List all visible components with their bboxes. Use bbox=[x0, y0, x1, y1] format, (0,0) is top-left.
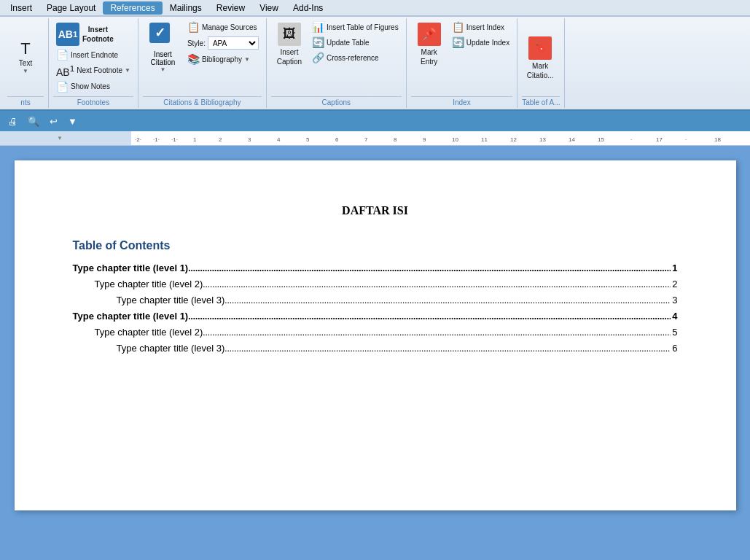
insert-table-figures-button[interactable]: 📊 Insert Table of Figures bbox=[309, 20, 402, 34]
update-index-icon: 🔄 bbox=[452, 36, 464, 48]
svg-text:18: 18 bbox=[714, 136, 721, 143]
next-footnote-button[interactable]: AB1 Next Footnote ▼ bbox=[53, 62, 133, 79]
insert-index-button[interactable]: 📋 Insert Index bbox=[449, 20, 513, 34]
bibliography-button[interactable]: 📚 Bibliography ▼ bbox=[184, 52, 262, 66]
insert-citation-button[interactable]: ✓ InsertCitation ▼ bbox=[143, 20, 183, 76]
insert-endnote-label: Insert Endnote bbox=[71, 51, 118, 59]
ribbon-group-citations: ✓ InsertCitation ▼ 📋 Manage Sources Styl… bbox=[138, 18, 267, 108]
style-select[interactable]: APA MLA Chicago bbox=[208, 36, 259, 50]
svg-text:11: 11 bbox=[481, 136, 488, 143]
insert-table-figures-label: Insert Table of Figures bbox=[327, 23, 399, 31]
ribbon-group-index-label: Index bbox=[411, 96, 513, 106]
menu-view[interactable]: View bbox=[252, 1, 286, 15]
mark-entry-icon: 📌 bbox=[418, 23, 441, 46]
toc-page-1: 2 bbox=[672, 279, 677, 289]
update-table-button[interactable]: 🔄 Update Table bbox=[309, 35, 402, 50]
text-button-label: Text bbox=[19, 58, 32, 68]
toc-dots-3: ........................................… bbox=[188, 311, 671, 322]
menu-page-layout[interactable]: Page Layout bbox=[39, 1, 103, 15]
cross-reference-icon: 🔗 bbox=[312, 52, 324, 63]
show-notes-icon: 📄 bbox=[56, 81, 69, 93]
toc-page-2: 3 bbox=[672, 295, 677, 306]
toc-dots-4: ........................................… bbox=[203, 327, 671, 338]
insert-index-label: Insert Index bbox=[466, 23, 504, 31]
page-title: DAFTAR ISI bbox=[73, 204, 678, 217]
bibliography-icon: 📚 bbox=[187, 53, 200, 65]
index-buttons: 📌 MarkEntry 📋 Insert Index 🔄 Update Inde… bbox=[411, 20, 513, 96]
insert-footnote-button[interactable]: AB1 Insert Footnote bbox=[53, 20, 117, 47]
svg-text:·1·: ·1· bbox=[171, 136, 178, 143]
ruler: ▼ ·2· ·1· ·1· 1 2 3 4 5 6 7 8 9 10 11 12… bbox=[0, 131, 750, 146]
mark-citation-button[interactable]: 🔖 MarkCitatio... bbox=[522, 34, 558, 83]
manage-sources-icon: 📋 bbox=[187, 21, 200, 33]
mark-entry-label: MarkEntry bbox=[421, 47, 437, 66]
next-footnote-icon: AB1 bbox=[56, 63, 74, 78]
insert-caption-icon: 🖼 bbox=[278, 23, 301, 46]
insert-caption-label: InsertCaption bbox=[277, 47, 302, 66]
show-notes-label: Show Notes bbox=[71, 82, 110, 90]
svg-text:3: 3 bbox=[248, 136, 251, 143]
update-index-button[interactable]: 🔄 Update Index bbox=[449, 35, 513, 50]
ribbon-group-text-label: nts bbox=[7, 96, 44, 106]
svg-text:·2·: ·2· bbox=[135, 136, 141, 143]
insert-table-figures-icon: 📊 bbox=[312, 21, 324, 33]
menu-mailings[interactable]: Mailings bbox=[163, 1, 209, 15]
toc-dots-5: ........................................… bbox=[224, 343, 671, 354]
svg-text:4: 4 bbox=[277, 136, 281, 143]
svg-text:6: 6 bbox=[335, 136, 339, 143]
ribbon-group-citations-label: Citations & Bibliography bbox=[143, 96, 262, 106]
svg-text:5: 5 bbox=[306, 136, 310, 143]
qa-print-button[interactable]: 🖨 bbox=[4, 114, 21, 129]
toc-entry-3: Type chapter title (level 1)............… bbox=[73, 311, 678, 322]
ribbon-group-index: 📌 MarkEntry 📋 Insert Index 🔄 Update Inde… bbox=[407, 18, 518, 108]
svg-text:10: 10 bbox=[452, 136, 458, 143]
toc-page-5: 6 bbox=[672, 343, 677, 354]
qa-search-button[interactable]: 🔍 bbox=[24, 114, 43, 129]
citations-buttons: ✓ InsertCitation ▼ 📋 Manage Sources Styl… bbox=[143, 20, 262, 96]
text-icon: T bbox=[20, 41, 30, 57]
menu-references[interactable]: References bbox=[103, 1, 162, 15]
ruler-left-margin: ▼ bbox=[0, 131, 66, 145]
qa-undo-button[interactable]: ↩ bbox=[46, 114, 61, 129]
show-notes-button[interactable]: 📄 Show Notes bbox=[53, 79, 113, 94]
mark-citation-icon: 🔖 bbox=[528, 36, 552, 60]
menu-review[interactable]: Review bbox=[209, 1, 252, 15]
qa-dropdown-button[interactable]: ▼ bbox=[64, 114, 81, 129]
insert-citation-icon: ✓ bbox=[149, 23, 176, 49]
ribbon-group-table-auth-label: Table of A... bbox=[522, 96, 560, 106]
manage-sources-button[interactable]: 📋 Manage Sources bbox=[184, 20, 262, 34]
menu-insert[interactable]: Insert bbox=[3, 1, 39, 15]
captions-right-col: 📊 Insert Table of Figures 🔄 Update Table… bbox=[309, 20, 402, 65]
svg-text:2: 2 bbox=[219, 136, 222, 143]
bibliography-label: Bibliography bbox=[202, 55, 242, 63]
toc-entry-4: Type chapter title (level 2)............… bbox=[95, 327, 678, 338]
insert-caption-button[interactable]: 🖼 InsertCaption bbox=[271, 20, 308, 69]
index-right-col: 📋 Insert Index 🔄 Update Index bbox=[449, 20, 513, 50]
document-area: DAFTAR ISI Table of Contents Type chapte… bbox=[0, 146, 750, 525]
ribbon-group-captions: 🖼 InsertCaption 📊 Insert Table of Figure… bbox=[267, 18, 407, 108]
captions-buttons: 🖼 InsertCaption 📊 Insert Table of Figure… bbox=[271, 20, 402, 96]
menu-addins[interactable]: Add-Ins bbox=[286, 1, 330, 15]
toc-page-3: 4 bbox=[672, 311, 677, 322]
ribbon-group-footnotes: AB1 Insert Footnote 📄 Insert Endnote AB1… bbox=[49, 18, 138, 108]
toc-heading: Table of Contents bbox=[73, 239, 678, 252]
document-page[interactable]: DAFTAR ISI Table of Contents Type chapte… bbox=[15, 160, 736, 510]
manage-sources-label: Manage Sources bbox=[202, 23, 257, 31]
toc-entry-5: Type chapter title (level 3)............… bbox=[117, 343, 678, 354]
cross-reference-button[interactable]: 🔗 Cross-reference bbox=[309, 50, 402, 65]
text-button[interactable]: T Text ▼ bbox=[7, 38, 44, 78]
bibliography-arrow: ▼ bbox=[244, 56, 250, 63]
toc-page-4: 5 bbox=[672, 327, 677, 338]
toc-label-1: Type chapter title (level 2) bbox=[95, 279, 203, 289]
svg-text:8: 8 bbox=[394, 136, 397, 143]
mark-entry-button[interactable]: 📌 MarkEntry bbox=[411, 20, 448, 69]
cross-reference-label: Cross-reference bbox=[327, 54, 379, 62]
toc-label-3: Type chapter title (level 1) bbox=[73, 311, 189, 322]
insert-endnote-button[interactable]: 📄 Insert Endnote bbox=[53, 47, 121, 62]
svg-text:·1·: ·1· bbox=[153, 136, 160, 143]
svg-text:7: 7 bbox=[364, 136, 368, 143]
update-table-icon: 🔄 bbox=[312, 36, 324, 48]
svg-text:13: 13 bbox=[539, 136, 546, 143]
insert-citation-arrow: ▼ bbox=[160, 66, 165, 73]
ribbon-group-table-auth: 🔖 MarkCitatio... Table of A... bbox=[517, 18, 565, 108]
